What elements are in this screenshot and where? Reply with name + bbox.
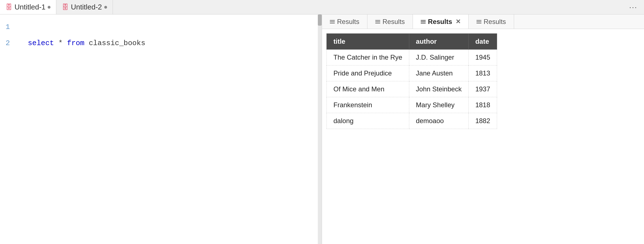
tab-bar: 🗄 Untitled-1 🗄 Untitled-2 ···: [0, 0, 644, 14]
cell-title-2: Of Mice and Men: [327, 81, 409, 97]
tab-1-modified-dot: [48, 6, 50, 9]
line-number-1: 1: [6, 23, 20, 31]
cell-author-1: Jane Austen: [409, 65, 468, 81]
cell-title-0: The Catcher in the Rye: [327, 50, 409, 65]
db-icon-2: 🗄: [62, 3, 69, 11]
db-icon-1: 🗄: [6, 3, 12, 11]
results-tabs: Results Results Results ✕ Results: [322, 14, 644, 29]
results-tab-2-icon: [375, 20, 380, 23]
tab-2-label: Untitled-2: [71, 3, 102, 11]
results-tab-1-label: Results: [337, 18, 359, 26]
cell-date-0: 1945: [468, 50, 497, 65]
keyword-from: from: [67, 39, 84, 47]
col-header-title: title: [327, 34, 409, 50]
cell-date-3: 1818: [468, 97, 497, 113]
editor-panel[interactable]: 1 2 select * from classic_books: [0, 14, 322, 244]
cell-date-2: 1937: [468, 81, 497, 97]
editor-content[interactable]: 1 2 select * from classic_books: [0, 14, 322, 56]
tab-1-label: Untitled-1: [14, 3, 45, 11]
cell-title-4: dalong: [327, 113, 409, 129]
results-tab-4-icon: [476, 20, 481, 23]
operator-star: *: [54, 39, 67, 47]
col-header-date: date: [468, 34, 497, 50]
table-row: Of Mice and MenJohn Steinbeck1937: [327, 81, 497, 97]
editor-line-2: 2 select * from classic_books: [0, 35, 322, 51]
data-table: title author date The Catcher in the Rye…: [326, 33, 497, 129]
results-tab-3-label: Results: [428, 18, 452, 26]
main-area: 1 2 select * from classic_books Results: [0, 14, 644, 244]
results-tab-1-icon: [330, 20, 335, 23]
results-tab-3-icon: [421, 20, 426, 23]
results-tab-3-close[interactable]: ✕: [456, 18, 461, 25]
cell-date-4: 1882: [468, 113, 497, 129]
table-row: The Catcher in the RyeJ.D. Salinger1945: [327, 50, 497, 65]
table-header-row: title author date: [327, 34, 497, 50]
table-row: FrankensteinMary Shelley1818: [327, 97, 497, 113]
results-tab-4[interactable]: Results: [469, 14, 514, 29]
table-row: Pride and PrejudiceJane Austen1813: [327, 65, 497, 81]
cell-title-3: Frankenstein: [327, 97, 409, 113]
cell-author-2: John Steinbeck: [409, 81, 468, 97]
table-row: dalongdemoaoo1882: [327, 113, 497, 129]
results-tab-3[interactable]: Results ✕: [413, 14, 469, 29]
results-tab-2-label: Results: [382, 18, 405, 26]
results-tab-4-label: Results: [484, 18, 506, 26]
tab-2-modified-dot: [104, 6, 107, 9]
line-content-2[interactable]: select * from classic_books: [28, 39, 145, 47]
results-tab-2[interactable]: Results: [367, 14, 413, 29]
more-button[interactable]: ···: [623, 3, 644, 12]
cell-author-4: demoaoo: [409, 113, 468, 129]
editor-scrollbar-thumb: [318, 14, 322, 26]
tab-untitled-1[interactable]: 🗄 Untitled-1: [0, 0, 56, 14]
cell-title-1: Pride and Prejudice: [327, 65, 409, 81]
tab-untitled-2[interactable]: 🗄 Untitled-2: [56, 0, 113, 14]
cell-author-3: Mary Shelley: [409, 97, 468, 113]
results-content: title author date The Catcher in the Rye…: [322, 29, 644, 244]
cell-author-0: J.D. Salinger: [409, 50, 468, 65]
results-tab-1[interactable]: Results: [322, 14, 367, 29]
col-header-author: author: [409, 34, 468, 50]
editor-scrollbar[interactable]: [318, 14, 322, 244]
table-name: classic_books: [84, 39, 145, 47]
results-panel: Results Results Results ✕ Results tit: [322, 14, 644, 244]
keyword-select: select: [28, 39, 54, 47]
line-number-2: 2: [6, 39, 20, 47]
cell-date-1: 1813: [468, 65, 497, 81]
editor-line-1: 1: [0, 19, 322, 35]
